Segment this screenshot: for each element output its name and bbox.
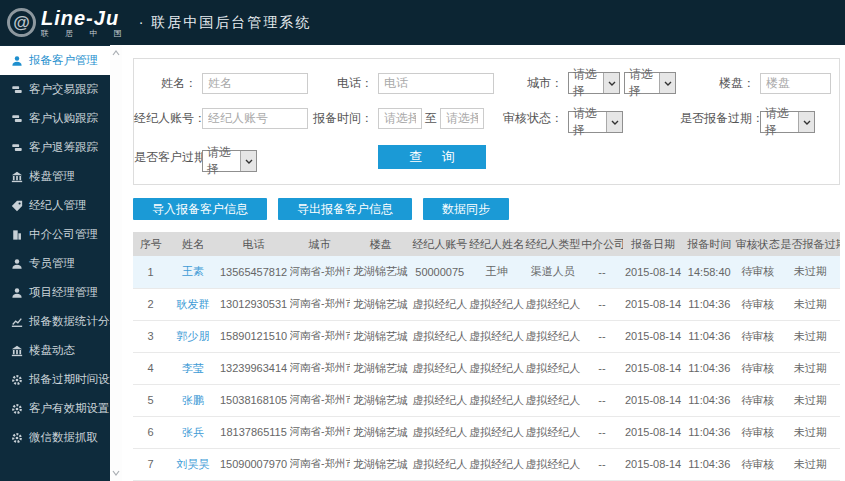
cell-building: 龙湖锦艺城 [350,448,411,480]
cell-expired: 未过期 [781,416,840,448]
sidebar-item[interactable]: 楼盘管理 [0,162,110,191]
sidebar-item[interactable]: 报备客户管理 [0,46,110,75]
table-row: 4李莹13239963414河南省-郑州市 -新郑市龙湖锦艺城虚拟经纪人虚拟经纪… [133,352,840,384]
cell-no: 6 [133,416,168,448]
sidebar-item[interactable]: 报备数据统计分析 [0,307,110,336]
agent-account-input[interactable] [202,108,308,129]
cell-agent-name: 虚拟经纪人 [469,384,525,416]
agent-account-label: 经纪人账号： [134,110,202,127]
report-time-to-input[interactable] [440,108,484,129]
sidebar-item[interactable]: 专员管理 [0,249,110,278]
cell-name[interactable]: 郭少朋 [168,320,217,352]
cell-no: 3 [133,320,168,352]
table-row: 2耿发群13012930531河南省-郑州市 -新郑市龙湖锦艺城虚拟经纪人虚拟经… [133,288,840,320]
sidebar-item[interactable]: 客户认购跟踪 [0,104,110,133]
report-time-from-input[interactable] [378,108,422,129]
cell-account: 虚拟经纪人 [411,416,469,448]
city-province-select[interactable]: 请选择 [568,72,620,94]
cell-company: -- [581,416,623,448]
audit-status-select[interactable]: 请选择 [568,111,623,133]
cell-name[interactable]: 张兵 [168,416,217,448]
sidebar-item[interactable]: 微信数据抓取 [0,423,110,452]
cell-time: 11:04:36 [683,320,735,352]
cell-date: 2015-08-14 [623,256,684,288]
sidebar-item[interactable]: 客户交易跟踪 [0,75,110,104]
user-icon [10,54,23,67]
customer-expired-label: 是否客户过期： [134,149,202,166]
sidebar-item[interactable]: 中介公司管理 [0,220,110,249]
cell-account: 虚拟经纪人 [411,288,469,320]
phone-input[interactable] [378,73,494,94]
cell-account: 虚拟经纪人 [411,384,469,416]
cell-agent-type: 虚拟经纪人 [524,352,581,384]
column-header: 报备时间 [683,232,735,256]
cell-date: 2015-08-14 [623,352,684,384]
cell-no: 5 [133,384,168,416]
cell-account: 虚拟经纪人 [411,448,469,480]
cell-agent-name: 虚拟经纪人 [469,416,525,448]
column-header: 楼盘 [350,232,411,256]
cell-phone: 13239963414 [218,352,290,384]
cell-expired: 未过期 [781,384,840,416]
cell-name[interactable]: 张鹏 [168,384,217,416]
cell-time: 11:04:36 [683,384,735,416]
cell-name[interactable]: 耿发群 [168,288,217,320]
cell-name[interactable]: 王素 [168,256,217,288]
table-row: 7刘昊昊15090007970河南省-郑州市 -新郑市龙湖锦艺城虚拟经纪人虚拟经… [133,448,840,480]
chevron-down-icon [603,73,619,93]
cell-city: 河南省-郑州市 -新郑市 [290,320,351,352]
audit-status-label: 审核状态： [494,110,568,127]
cell-time: 11:04:36 [683,448,735,480]
cell-expired: 未过期 [781,288,840,320]
cell-account: 虚拟经纪人 [411,320,469,352]
cell-city: 河南省-郑州市 -新郑市 [290,416,351,448]
cell-company: -- [581,320,623,352]
user-icon [10,286,23,299]
gear-icon [10,373,23,386]
building-input[interactable] [760,73,831,94]
cell-phone: 15090007970 [218,448,290,480]
building-icon [10,228,23,241]
brand-name: Line-Ju [41,8,129,28]
scroll-down-icon[interactable] [110,467,122,479]
cell-status: 待审核 [735,256,780,288]
table-header: 序号姓名电话城市楼盘经纪人账号经纪人姓名经纪人类型中介公司报备日期报备时间审核状… [133,232,840,256]
user-icon [10,257,23,270]
cell-agent-type: 虚拟经纪人 [524,384,581,416]
scroll-up-icon[interactable] [110,47,122,59]
cell-name[interactable]: 李莹 [168,352,217,384]
logo: @ Line-Ju 联 居 中 国 [0,8,129,38]
chevron-down-icon [659,73,675,93]
sidebar-item[interactable]: 项目经理管理 [0,278,110,307]
table-row: 3郭少朋15890121510河南省-郑州市 -新郑市龙湖锦艺城虚拟经纪人虚拟经… [133,320,840,352]
data-sync-button[interactable]: 数据同步 [423,198,509,220]
customer-expired-select[interactable]: 请选择 [202,150,257,172]
export-customers-button[interactable]: 导出报备客户信息 [278,198,412,220]
cell-building: 龙湖锦艺城 [350,384,411,416]
city-select[interactable]: 请选择 [624,72,676,94]
bank-icon [10,344,23,357]
sidebar-item[interactable]: 经纪人管理 [0,191,110,220]
cell-status: 待审核 [735,352,780,384]
sidebar-item[interactable]: 客户有效期设置 [0,394,110,423]
column-header: 序号 [133,232,168,256]
sidebar-item[interactable]: 楼盘动态 [0,336,110,365]
import-customers-button[interactable]: 导入报备客户信息 [133,198,267,220]
stack-icon [10,83,23,96]
sidebar-item[interactable]: 报备过期时间设置 [0,365,110,394]
query-button[interactable]: 查 询 [378,145,486,169]
name-input[interactable] [202,73,308,94]
cell-status: 待审核 [735,320,780,352]
cell-expired: 未过期 [781,352,840,384]
sidebar-scrollbar[interactable] [110,45,122,481]
sidebar-item[interactable]: 客户退筹跟踪 [0,133,110,162]
cell-agent-name: 虚拟经纪人 [469,448,525,480]
cell-name[interactable]: 刘昊昊 [168,448,217,480]
cell-status: 待审核 [735,416,780,448]
tag-icon [10,199,23,212]
table-row: 1王素13565457812河南省-郑州市 -新郑市龙湖锦艺城50000075王… [133,256,840,288]
report-expired-select[interactable]: 请选择 [760,111,815,133]
cell-agent-name: 虚拟经纪人 [469,352,525,384]
sidebar: 报备客户管理 客户交易跟踪 客户认购跟踪 客户退筹跟踪 楼盘管理 经纪人管理 中… [0,45,110,481]
cell-agent-name: 虚拟经纪人 [469,288,525,320]
